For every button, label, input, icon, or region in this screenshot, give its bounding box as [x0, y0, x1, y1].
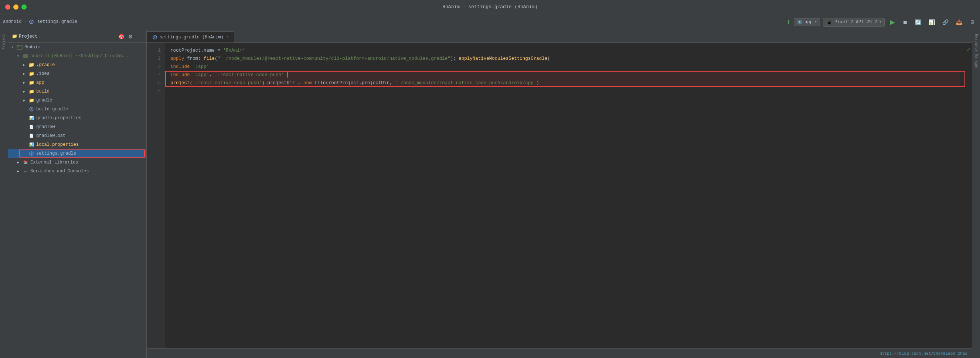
- tree-item-gradle-folder[interactable]: ▶ 📁 .gradle: [8, 60, 146, 70]
- code-token: project: [170, 81, 190, 86]
- code-token: File: [315, 81, 326, 86]
- collapse-button[interactable]: —: [136, 33, 143, 40]
- resource-manager-tab[interactable]: Resource Manager: [974, 32, 979, 71]
- tree-item-gradle-props[interactable]: ▶ 📊 gradle.properties: [8, 114, 146, 122]
- tree-arrow-android: ▾: [17, 54, 21, 58]
- folder-brown-icon-build: 📁: [28, 89, 35, 95]
- code-token: );: [450, 56, 459, 61]
- tree-label-gradlew-bat: gradlew.bat: [36, 133, 65, 138]
- code-token: :: [198, 56, 204, 61]
- main-content: Project 📁 Project ▾ 🎯 ⚙ — ▾ RnAnim: [0, 30, 980, 358]
- run-config-label: app: [805, 19, 813, 25]
- tab-settings-gradle[interactable]: settings.gradle (RnAnim) ×: [147, 32, 234, 43]
- code-token: [190, 64, 193, 70]
- sync-button[interactable]: 🔄: [913, 18, 923, 26]
- tree-item-rnanim[interactable]: ▾ RnAnim: [8, 43, 146, 52]
- tree-item-scratches[interactable]: ▶ ✏️ Scratches and Consoles: [8, 167, 146, 176]
- tree-label-gradlew: gradlew: [36, 124, 55, 130]
- tree-item-build-gradle[interactable]: ▶ build.gradle: [8, 105, 146, 114]
- code-token: include: [170, 64, 190, 70]
- tree-label-build: build: [36, 89, 49, 94]
- code-token: 'RnAnim': [223, 48, 245, 53]
- breadcrumb-settings[interactable]: settings.gradle: [29, 19, 77, 24]
- code-token: rootProject: [170, 48, 201, 53]
- scratches-icon: ✏️: [22, 168, 29, 174]
- code-line-3: include ':app': [170, 63, 960, 71]
- tree-item-external-libs[interactable]: ▶ 📚 External Libraries: [8, 158, 146, 167]
- line-num-5: 5: [147, 79, 161, 87]
- line-num-1: 1: [147, 46, 161, 55]
- line-num-2: 2: [147, 55, 161, 63]
- file-icon-bat: 📄: [28, 133, 35, 139]
- code-token: name: [204, 48, 215, 53]
- editor-content: 1 2 3 4 5 6 rootProject.name = 'RnAnim' …: [147, 43, 972, 348]
- project-panel: 📁 Project ▾ 🎯 ⚙ — ▾ RnAnim ▾: [8, 30, 147, 358]
- tree-item-settings-gradle[interactable]: ▶ settings.gradle: [8, 149, 146, 158]
- code-token: .: [359, 81, 362, 86]
- code-token: from: [185, 56, 199, 61]
- locate-button[interactable]: 🎯: [118, 33, 125, 40]
- tree-item-gradlew[interactable]: ▶ 📄 gradlew: [8, 122, 146, 131]
- ta-gradle: ▶: [23, 63, 27, 67]
- close-button[interactable]: [5, 5, 10, 10]
- tree-item-android[interactable]: ▾ android [RnAnim] ~/Desktop/-CloudYu...: [8, 52, 146, 60]
- stop-button[interactable]: ⏹: [900, 18, 910, 26]
- status-bar: https://blog.csdn.net/Chameleon_zhao: [147, 348, 972, 358]
- folder-icon-idea: 📁: [28, 71, 35, 77]
- settings-button[interactable]: ⚙: [127, 33, 134, 40]
- code-editor[interactable]: rootProject.name = 'RnAnim' apply from: …: [165, 43, 965, 348]
- tree-item-app[interactable]: ▶ 📁 app: [8, 78, 146, 87]
- avd-manager-button[interactable]: 🖥: [967, 18, 977, 26]
- attach-button[interactable]: 🔗: [940, 18, 951, 26]
- properties-yellow-icon: 📊: [28, 142, 35, 147]
- status-link[interactable]: https://blog.csdn.net/Chameleon_zhao: [880, 352, 967, 356]
- run-button[interactable]: ▶: [888, 17, 897, 27]
- window-title: RnAnim – settings.gradle (RnAnim): [442, 4, 537, 10]
- breadcrumb-android[interactable]: android: [3, 19, 21, 24]
- properties-icon: 📊: [28, 115, 35, 121]
- profiler-button[interactable]: 📊: [926, 18, 937, 26]
- ta-idea: ▶: [23, 71, 27, 76]
- code-token: apply: [170, 56, 185, 61]
- code-token: applyNativeModulesSettingsGradle: [458, 56, 547, 61]
- ta-gradle-dir: ▶: [23, 98, 27, 103]
- tree-item-gradlew-bat[interactable]: ▶ 📄 gradlew.bat: [8, 131, 146, 140]
- minimize-button[interactable]: [13, 5, 19, 10]
- code-line-5: project(':react-native-code-push').proje…: [170, 79, 960, 87]
- code-line-1: rootProject.name = 'RnAnim': [170, 46, 960, 55]
- folder-icon: 📁: [12, 33, 18, 39]
- tab-close-button[interactable]: ×: [226, 35, 229, 39]
- gradle-settings-icon: [28, 150, 35, 157]
- code-token: ':react-native-code-push': [215, 72, 284, 78]
- navigate-back-button[interactable]: ⬆: [786, 17, 791, 27]
- svg-rect-5: [23, 54, 28, 58]
- tree-label-settings-gradle: settings.gradle: [36, 151, 76, 156]
- device-dropdown[interactable]: 📱 Pixel 2 API 29 2 ▾: [823, 18, 885, 27]
- tree-label-local-props: local.properties: [36, 142, 79, 147]
- code-token: [190, 72, 193, 78]
- panel-header: 📁 Project ▾ 🎯 ⚙ —: [8, 30, 146, 43]
- tree-item-build[interactable]: ▶ 📁 build: [8, 87, 146, 96]
- code-line-6: [170, 87, 960, 95]
- code-token: (: [215, 56, 218, 61]
- cursor: [284, 72, 288, 78]
- editor-right-gutter: ✓: [965, 43, 972, 348]
- folder-icon-gradle-dir: 📁: [28, 97, 35, 103]
- right-panel-strip: Resource Manager: [972, 30, 980, 358]
- svg-text:A: A: [799, 21, 801, 24]
- tree-item-local-props[interactable]: ▶ 📊 local.properties: [8, 140, 146, 149]
- folder-yellow-icon: 📁: [28, 62, 35, 68]
- tree-item-idea[interactable]: ▶ 📁 .idea: [8, 70, 146, 78]
- run-config-dropdown[interactable]: A app ▾: [794, 18, 820, 26]
- project-tab-label[interactable]: Project: [1, 32, 6, 52]
- title-bar: RnAnim – settings.gradle (RnAnim): [0, 0, 980, 14]
- tree-item-gradle-dir[interactable]: ▶ 📁 gradle: [8, 96, 146, 105]
- maximize-button[interactable]: [21, 5, 27, 10]
- sdk-manager-button[interactable]: 📥: [954, 18, 964, 26]
- code-token: (: [547, 56, 550, 61]
- code-token: =: [295, 81, 304, 86]
- dropdown-arrow[interactable]: ▾: [39, 34, 41, 38]
- panel-title: 📁 Project ▾: [12, 33, 41, 39]
- left-panel-strip: Project: [0, 30, 8, 358]
- svg-rect-4: [17, 45, 19, 47]
